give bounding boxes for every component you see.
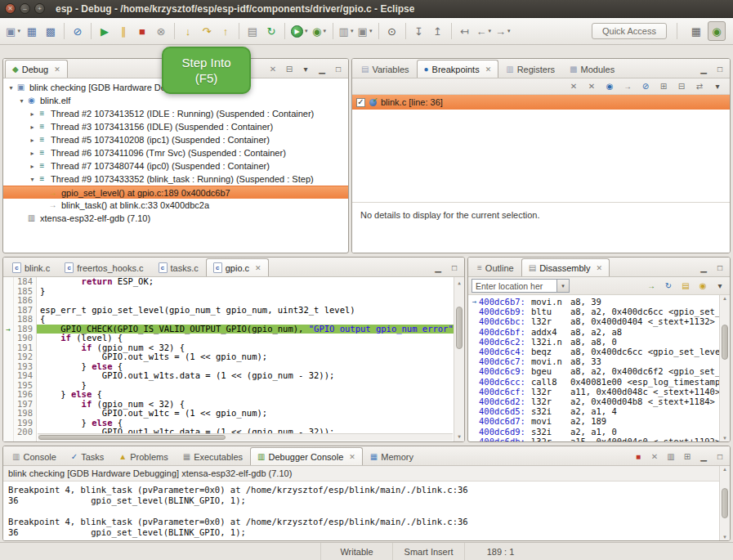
- track-expression-button[interactable]: ◉: [696, 280, 709, 293]
- save-all-button[interactable]: ▩: [42, 21, 60, 41]
- gutter-marker-slot[interactable]: [3, 287, 13, 297]
- tab-modules[interactable]: ▩Modules: [562, 60, 622, 78]
- gutter-marker-slot[interactable]: [3, 428, 13, 437]
- disassembly-row[interactable]: 400dc6cf:l32ra11, 0x400d048c <_stext+114…: [470, 387, 719, 396]
- gutter-marker-slot[interactable]: [3, 277, 13, 287]
- disassembly-row[interactable]: 400dc6d9:s32ia2, a1, 0: [470, 427, 719, 437]
- close-window-button[interactable]: ✕: [5, 3, 16, 14]
- gutter-marker-slot[interactable]: [3, 419, 13, 428]
- coverage-button[interactable]: ▥▾: [337, 21, 355, 41]
- gutter-marker-slot[interactable]: [3, 409, 13, 419]
- skip-all-breakpoints-button[interactable]: ⊘: [69, 21, 87, 41]
- debug-tree-item[interactable]: ▾◉blink.elf: [3, 94, 348, 107]
- disassembly-row[interactable]: 400dc6b9:bltua8, a2, 0x400dc6cc <gpio_se…: [470, 307, 719, 316]
- restart-button[interactable]: ↻: [262, 21, 280, 41]
- code-line[interactable]: return ESP_OK;: [40, 277, 454, 287]
- gutter-marker-slot[interactable]: [3, 371, 13, 381]
- editor-hscrollbar-thumb[interactable]: [38, 435, 226, 440]
- quick-access-button[interactable]: Quick Access: [592, 23, 667, 39]
- gutter-marker-slot[interactable]: [3, 352, 13, 362]
- resume-button[interactable]: ▶: [96, 21, 114, 41]
- link-with-debug-view-button[interactable]: ⇄: [693, 80, 706, 93]
- maximize-button[interactable]: □: [713, 261, 726, 274]
- debug-button[interactable]: ◉▾: [311, 21, 329, 41]
- instruction-stepping-button[interactable]: ▤: [244, 21, 261, 41]
- tab-tasks[interactable]: ✓Tasks: [64, 447, 112, 465]
- collapsed-arrow-icon[interactable]: ▸: [28, 110, 37, 118]
- disassembly-row[interactable]: 400dc6c2:l32i.na8, a8, 0: [470, 337, 719, 347]
- go-to-file-for-breakpoint-button[interactable]: →: [621, 80, 634, 93]
- scroll-down-icon[interactable]: ▼: [720, 436, 730, 441]
- gutter-marker-slot[interactable]: [3, 334, 13, 343]
- maximize-button[interactable]: □: [448, 261, 461, 274]
- tab-blink-c[interactable]: cblink.c: [5, 258, 57, 276]
- console-scrollbar[interactable]: ▲ ▼: [719, 466, 730, 540]
- collapse-all-button[interactable]: ⊟: [675, 80, 688, 93]
- external-tools-button[interactable]: ▣▾: [356, 21, 374, 41]
- new-button[interactable]: ▣▾: [4, 21, 22, 41]
- open-perspective-button[interactable]: ▦: [687, 21, 705, 41]
- editor-vertical-scrollbar[interactable]: ▲ ▼: [454, 277, 464, 441]
- debug-tree-item[interactable]: ▸≡Thread #3 1073413156 (IDLE) (Suspended…: [3, 120, 348, 133]
- scroll-up-icon[interactable]: ▲: [454, 278, 464, 288]
- tab-breakpoints[interactable]: ●Breakpoints✕: [417, 60, 499, 78]
- disassembly-row[interactable]: 400dc6db:l32ra15, 0x400d04c0 <_stext+119…: [470, 437, 719, 441]
- suspend-button[interactable]: ∥: [114, 21, 132, 41]
- gutter-markers[interactable]: →: [3, 277, 14, 441]
- disassembly-row[interactable]: →400dc6b7:movi.na8, 39: [470, 297, 719, 307]
- tab-debugger-console[interactable]: ▥Debugger Console✕: [250, 447, 363, 465]
- save-button[interactable]: ▦: [23, 21, 41, 41]
- step-into-button[interactable]: ↓: [179, 21, 197, 41]
- tab-problems[interactable]: ▲Problems: [111, 447, 175, 465]
- expanded-arrow-icon[interactable]: ▾: [17, 97, 26, 105]
- scroll-down-icon[interactable]: ▼: [454, 432, 464, 441]
- gutter-marker-slot[interactable]: [3, 381, 13, 391]
- close-tab-icon[interactable]: ✕: [54, 65, 60, 74]
- maximize-window-button[interactable]: +: [34, 3, 45, 14]
- minimize-button[interactable]: ▁: [431, 261, 445, 274]
- disassembly-row[interactable]: 400dc6d5:s32ia2, a1, 4: [470, 406, 719, 416]
- next-annotation-button[interactable]: ↧: [410, 21, 428, 41]
- view-menu-button[interactable]: ▾: [711, 80, 724, 93]
- minimize-button[interactable]: ▁: [697, 261, 710, 274]
- show-source-button[interactable]: ▤: [679, 280, 692, 293]
- disassembly-scrollbar[interactable]: ▲ ▼: [719, 295, 730, 441]
- editor-scrollbar-thumb[interactable]: [456, 307, 463, 349]
- debug-tree-item[interactable]: ▥xtensa-esp32-elf-gdb (7.10): [3, 212, 348, 225]
- tab-console[interactable]: ▥Console: [5, 447, 64, 465]
- scroll-up-icon[interactable]: ▲: [720, 296, 730, 301]
- disassembly-row[interactable]: 400dc6cc:call80x40081e00 <esp_log_timest…: [470, 377, 719, 387]
- debug-perspective-button[interactable]: ◉: [708, 21, 726, 41]
- debug-tree-item[interactable]: ▾≡Thread #9 1073433352 (blink_task : Run…: [3, 172, 348, 186]
- tab-tasks-c[interactable]: ctasks.c: [151, 258, 206, 276]
- maximize-button[interactable]: □: [332, 62, 345, 75]
- collapsed-arrow-icon[interactable]: ▸: [28, 123, 37, 131]
- skip-all-breakpoints-button[interactable]: ⊘: [639, 80, 652, 93]
- tab-memory[interactable]: ▦Memory: [363, 447, 421, 465]
- breakpoint-row[interactable]: ✓ blink.c [line: 36]: [352, 95, 730, 110]
- scroll-up-icon[interactable]: ▲: [720, 467, 730, 472]
- console-output[interactable]: Breakpoint 4, blink_task (pvParameter=0x…: [3, 482, 719, 540]
- location-combo[interactable]: Enter location her ▾: [472, 279, 570, 293]
- close-tab-icon[interactable]: ✕: [255, 264, 261, 272]
- location-input[interactable]: Enter location her: [472, 281, 556, 291]
- tab-gpio-c[interactable]: cgpio.c✕: [206, 258, 269, 276]
- disassembly-row[interactable]: 400dc6c4:beqza8, 0x400dc6cc <gpio_set_le…: [470, 347, 719, 356]
- code-line[interactable]: GPIO.out1_w1ts.data = (1 << (gpio_num - …: [40, 371, 454, 381]
- location-dropdown-icon[interactable]: ▾: [556, 280, 569, 292]
- run-button[interactable]: ▶▾: [289, 21, 310, 41]
- remove-launch-button[interactable]: ✕: [648, 450, 661, 463]
- step-return-button[interactable]: ↑: [217, 21, 235, 41]
- minimize-window-button[interactable]: –: [20, 3, 30, 14]
- disassembly-row[interactable]: 400dc6bc:l32ra8, 0x400d0404 <_stext+1132…: [470, 316, 719, 326]
- breakpoint-checkbox[interactable]: ✓: [356, 98, 365, 107]
- code-line[interactable]: }: [40, 287, 454, 297]
- remove-breakpoint-button[interactable]: ✕: [567, 80, 580, 93]
- terminate-button[interactable]: ■: [632, 450, 645, 463]
- gutter-marker-slot[interactable]: [3, 306, 13, 316]
- debug-tree-item[interactable]: ▸≡Thread #5 1073410208 (ipc1) (Suspended…: [3, 133, 348, 146]
- view-menu-button[interactable]: ▾: [713, 280, 726, 293]
- tab-executables[interactable]: ▦Executables: [176, 447, 250, 465]
- disassembly-row[interactable]: 400dc6bf:addx4a8, a2, a8: [470, 327, 719, 337]
- remove-all-breakpoints-button[interactable]: ✕: [585, 80, 598, 93]
